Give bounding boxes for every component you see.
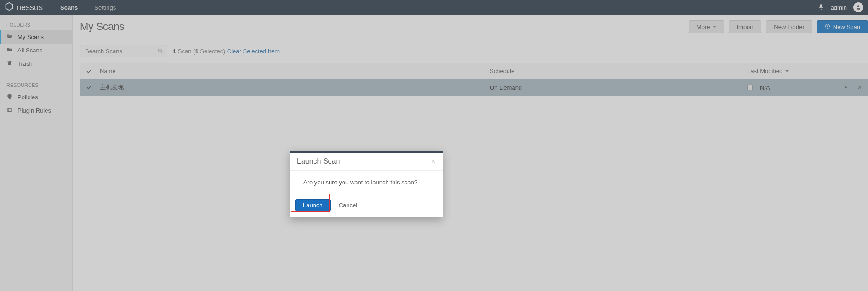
modal-body: Are you sure you want to launch this sca… [290,171,443,194]
modal-title: Launch Scan [297,157,340,165]
cancel-button[interactable]: Cancel [339,202,357,209]
modal-close-icon[interactable]: × [431,158,435,165]
launch-button[interactable]: Launch [295,199,331,211]
modal-footer: Launch Cancel [290,194,443,217]
modal-header: Launch Scan × [290,153,443,171]
launch-scan-modal: Launch Scan × Are you sure you want to l… [290,151,443,217]
modal-overlay [0,0,868,291]
